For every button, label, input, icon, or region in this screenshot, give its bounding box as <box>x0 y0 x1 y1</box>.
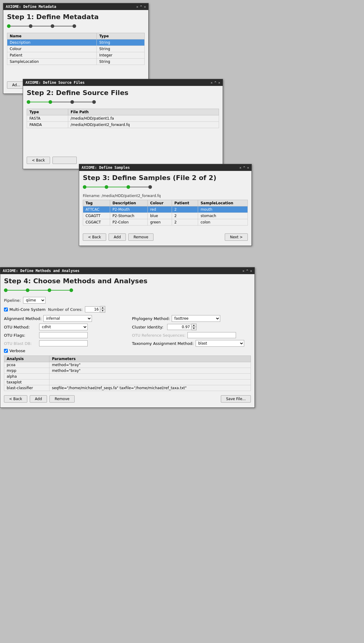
maximize-icon[interactable]: ^ <box>243 166 245 170</box>
close-icon[interactable]: ✕ <box>250 269 252 273</box>
metadata-row-type: String <box>97 46 145 52</box>
close-icon[interactable]: ✕ <box>218 81 220 85</box>
metadata-row-name: SampleLocation <box>7 59 97 65</box>
progress-line-1 <box>11 26 29 26</box>
progress-dot-2 <box>49 100 52 104</box>
alignment-method-row: Alignment Method: infernal muscle clusta… <box>4 315 123 322</box>
analysis-name: pcoa <box>4 362 49 368</box>
table-row[interactable]: taxaplot <box>4 379 251 385</box>
progress-line-2 <box>29 290 48 291</box>
cores-spinner-btns: ▲ ▼ <box>100 306 105 313</box>
analysis-table: Analysis Parameters pcoa method="bray" m… <box>4 356 251 391</box>
save-file-button[interactable]: Save File... <box>221 395 251 403</box>
alignment-select[interactable]: infernal muscle clustalw <box>43 315 92 322</box>
filename-label: Filename: /media/HDD/patient2_forward.fq <box>83 194 248 198</box>
titlebar-metadata-title: AXIOME: Define Metadata <box>6 5 56 9</box>
sample-tag: CGAGTT <box>83 213 110 219</box>
table-row[interactable]: mrpp method="bray" <box>4 368 251 374</box>
back-button[interactable]: < Back <box>4 395 27 403</box>
progress-bar-2 <box>27 99 219 105</box>
maximize-icon[interactable]: ^ <box>246 269 248 273</box>
sample-location: mouth <box>198 206 248 213</box>
table-row[interactable]: Patient Integer <box>7 52 145 59</box>
progress-line-1 <box>86 187 105 187</box>
metadata-row-name: Patient <box>7 52 97 59</box>
taxonomy-label: Taxonomy Assignment Method: <box>132 341 194 346</box>
minimize-icon[interactable]: ✕ <box>239 166 241 170</box>
table-row[interactable]: FASTA /media/HDD/patient1.fa <box>27 115 219 122</box>
progress-dot-2 <box>26 288 29 292</box>
verbose-checkbox-label: Verbose <box>4 349 25 353</box>
titlebar-metadata: AXIOME: Define Metadata ✕ ^ ✕ <box>3 3 148 10</box>
progress-dot-4 <box>72 24 76 28</box>
otu-flags-label: OTU Flags: <box>4 333 37 338</box>
progress-dot-1 <box>7 24 11 28</box>
cores-up-button[interactable]: ▲ <box>100 306 105 309</box>
cores-input[interactable] <box>85 306 100 312</box>
progress-dot-3 <box>70 100 74 104</box>
cores-down-button[interactable]: ▼ <box>100 309 105 312</box>
otu-ref-seqs-label: OTU Reference Sequences: <box>132 333 186 338</box>
maximize-icon[interactable]: ^ <box>140 5 142 9</box>
source-row-type: FASTA <box>27 115 68 122</box>
analysis-params <box>49 374 251 379</box>
titlebar-source: AXIOME: Define Source Files ✕ ^ ✕ <box>23 79 223 86</box>
otu-flags-input[interactable] <box>39 332 88 338</box>
remove-button[interactable]: Remove <box>128 233 153 241</box>
placeholder-button[interactable] <box>52 157 77 164</box>
analysis-col-params: Parameters <box>49 356 251 362</box>
analysis-col-analysis: Analysis <box>4 356 49 362</box>
close-icon[interactable]: ✕ <box>144 5 146 9</box>
progress-dot-3 <box>48 288 51 292</box>
back-button[interactable]: < Back <box>27 157 50 164</box>
table-row[interactable]: blast-classifier seqfile="/home/michael/… <box>4 385 251 391</box>
cluster-identity-row: Cluster Identity: ▲ ▼ <box>132 324 251 330</box>
remove-button[interactable]: Remove <box>49 395 75 403</box>
window-define-source-files: AXIOME: Define Source Files ✕ ^ ✕ Step 2… <box>23 79 223 169</box>
minimize-icon[interactable]: ✕ <box>242 269 244 273</box>
table-row[interactable]: alpha <box>4 374 251 379</box>
next-button[interactable]: Next > <box>225 233 248 241</box>
table-row[interactable]: pcoa method="bray" <box>4 362 251 368</box>
cluster-down-button[interactable]: ▼ <box>191 327 196 330</box>
metadata-table: Name Type Description String Colour Stri… <box>7 33 145 65</box>
minimize-icon[interactable]: ✕ <box>211 81 213 85</box>
verbose-checkbox[interactable] <box>4 349 8 353</box>
table-row[interactable]: SampleLocation String <box>7 59 145 65</box>
otu-blast-db-input[interactable] <box>39 340 88 346</box>
table-row[interactable]: ATTCAC P2-Mouth red 2 mouth <box>83 206 248 213</box>
otu-method-select[interactable]: cdhit uclust <box>39 324 88 330</box>
sample-colour: green <box>147 219 172 226</box>
progress-dot-3 <box>51 24 54 28</box>
analysis-params: method="bray" <box>49 368 251 374</box>
pipeline-select[interactable]: qiime mothur <box>23 297 46 304</box>
phylogeny-select[interactable]: fasttree raxml <box>172 315 220 322</box>
maximize-icon[interactable]: ^ <box>214 81 217 85</box>
multicore-checkbox[interactable] <box>4 308 8 311</box>
back-button[interactable]: < Back <box>83 233 106 241</box>
table-row[interactable]: PANDA /media/HDD/patient2_forward.fq <box>27 122 219 128</box>
taxonomy-select[interactable]: blast rdp naive_bayes <box>196 340 244 347</box>
titlebar-methods: AXIOME: Define Methods and Analyses ✕ ^ … <box>0 267 254 274</box>
close-icon[interactable]: ✕ <box>247 166 249 170</box>
table-row[interactable]: Colour String <box>7 46 145 52</box>
otu-blast-db-row: OTU Blast DB: <box>4 340 123 347</box>
metadata-row-type: Integer <box>97 52 145 59</box>
add-button[interactable]: Add <box>30 395 47 403</box>
cluster-up-button[interactable]: ▲ <box>191 324 196 327</box>
add-button[interactable]: Add <box>109 233 126 241</box>
minimize-icon[interactable]: ✕ <box>136 5 138 9</box>
titlebar-samples-controls: ✕ ^ ✕ <box>239 166 249 170</box>
progress-dot-1 <box>4 288 8 292</box>
otu-ref-seqs-input[interactable] <box>187 332 236 338</box>
verbose-row: Verbose <box>4 349 251 353</box>
table-row[interactable]: Description String <box>7 39 145 46</box>
cluster-identity-input[interactable] <box>167 324 191 330</box>
samples-col-description: Description <box>110 200 147 206</box>
progress-line-1 <box>8 290 26 291</box>
otu-ref-seqs-row: OTU Reference Sequences: <box>132 332 251 338</box>
table-row[interactable]: CGGACT P2-Colon green 2 colon <box>83 219 248 226</box>
window-define-samples: AXIOME: Define Samples ✕ ^ ✕ Step 3: Def… <box>79 164 252 246</box>
table-row[interactable]: CGAGTT P2-Stomach blue 2 stomach <box>83 213 248 219</box>
methods-btn-row: < Back Add Remove Save File... <box>4 393 251 404</box>
